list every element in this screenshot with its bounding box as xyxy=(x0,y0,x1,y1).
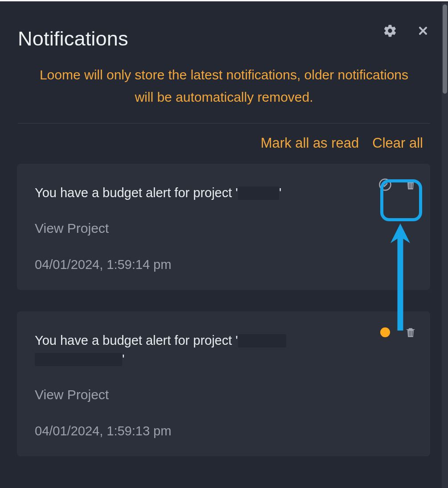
page-title: Notifications xyxy=(18,27,430,50)
close-icon[interactable] xyxy=(416,24,430,38)
notification-timestamp: 04/01/2024, 1:59:13 pm xyxy=(35,424,412,438)
view-project-link[interactable]: View Project xyxy=(35,387,412,402)
notifications-panel: Notifications Loome will only store the … xyxy=(0,0,448,488)
redacted-project-name xyxy=(238,186,279,200)
card-actions xyxy=(378,326,417,339)
header-actions xyxy=(383,24,430,38)
notification-message: You have a budget alert for project ' ' xyxy=(35,331,412,368)
trash-icon[interactable] xyxy=(404,178,417,191)
svg-point-0 xyxy=(380,179,391,190)
storage-notice: Loome will only store the latest notific… xyxy=(0,64,448,123)
panel-header: Notifications xyxy=(0,1,448,64)
unread-status-icon[interactable] xyxy=(378,326,392,339)
notification-timestamp: 04/01/2024, 1:59:14 pm xyxy=(35,257,412,272)
notification-card: You have a budget alert for project '' V… xyxy=(17,164,430,290)
bulk-actions: Mark all as read Clear all xyxy=(0,124,448,164)
scrollbar[interactable] xyxy=(442,3,448,488)
notification-list: You have a budget alert for project '' V… xyxy=(0,164,448,456)
redacted-project-name xyxy=(238,334,286,347)
message-text-prefix: You have a budget alert for project ' xyxy=(35,186,238,200)
scrollbar-thumb[interactable] xyxy=(443,4,447,94)
message-text-prefix: You have a budget alert for project ' xyxy=(35,333,238,347)
message-text-suffix: ' xyxy=(122,352,125,366)
gear-icon[interactable] xyxy=(383,24,397,38)
view-project-link[interactable]: View Project xyxy=(35,221,412,236)
card-actions xyxy=(378,178,417,191)
notification-message: You have a budget alert for project '' xyxy=(35,183,412,202)
trash-icon[interactable] xyxy=(404,326,417,339)
clear-all-button[interactable]: Clear all xyxy=(372,135,423,151)
redacted-project-name xyxy=(35,353,122,366)
message-text-suffix: ' xyxy=(279,186,282,200)
notification-card: You have a budget alert for project ' ' … xyxy=(17,311,430,456)
read-status-icon[interactable] xyxy=(378,178,392,191)
mark-all-read-button[interactable]: Mark all as read xyxy=(261,135,359,151)
